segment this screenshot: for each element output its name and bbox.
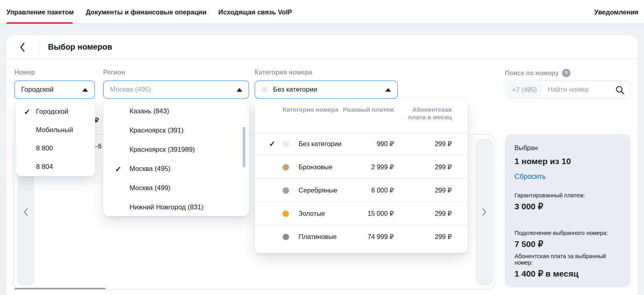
category-select[interactable]: Без категории xyxy=(255,80,398,99)
back-button[interactable] xyxy=(15,40,30,54)
active-tab-underline xyxy=(6,22,73,24)
check-icon: ✓ xyxy=(269,139,281,149)
summary-selected-count: 1 номер из 10 xyxy=(514,157,621,166)
option-label: Красноярск (391989) xyxy=(130,146,195,154)
number-type-label: Номер xyxy=(14,69,35,76)
option-label: Красноярск (391) xyxy=(130,126,183,134)
number-search-box: +7 (495) xyxy=(505,80,630,99)
option-label: Городской xyxy=(36,108,68,116)
check-icon: ✓ xyxy=(115,165,130,174)
help-icon[interactable]: ? xyxy=(562,69,570,77)
number-type-value: Городской xyxy=(21,86,54,94)
category-value: Без категории xyxy=(273,86,317,94)
region-option[interactable]: ✓ Москва (499) xyxy=(103,179,249,198)
option-label: Москва (495) xyxy=(130,165,170,173)
option-label: Нижний Новгород (831) xyxy=(130,203,203,211)
region-dropdown: ✓ Казань (843) ✓ Красноярск (391) ✓ Крас… xyxy=(103,100,249,216)
phone-prefix: +7 (495) xyxy=(507,82,542,97)
region-select[interactable]: Москва (495) xyxy=(103,80,249,99)
one-time-price: 15 000 ₽ xyxy=(342,210,394,217)
header-category: Категория номера xyxy=(283,106,342,113)
number-type-option[interactable]: ✓ 8 800 xyxy=(16,139,95,158)
top-navigation: Управление пакетом Документы и финансовы… xyxy=(0,0,644,24)
vertical-scrollbar-thumb[interactable] xyxy=(243,127,245,167)
number-type-option[interactable]: ✓ 8 804 xyxy=(16,158,95,176)
option-label: Мобильный xyxy=(36,126,73,134)
category-dot-icon xyxy=(283,211,289,217)
monthly-price: 299 ₽ xyxy=(394,210,452,217)
category-row[interactable]: ✓ Золотые 15 000 ₽ 299 ₽ xyxy=(255,202,468,225)
category-name: Бронзовые xyxy=(299,163,342,171)
monthly-fee-value: 1 400 ₽ в месяц xyxy=(514,269,621,279)
chevron-left-icon xyxy=(24,208,28,216)
category-name: Платиновые xyxy=(299,233,342,241)
carousel-next-button[interactable] xyxy=(476,139,492,285)
nav-tab[interactable]: Управление пакетом xyxy=(6,8,74,16)
nav-tab[interactable]: Исходящая связь VoIP xyxy=(218,8,292,16)
check-icon: ✓ xyxy=(24,107,36,116)
monthly-price: 299 ₽ xyxy=(394,233,452,241)
category-row[interactable]: ✓ Серебряные 6 000 ₽ 299 ₽ xyxy=(255,179,468,202)
header-one-time: Разовый платеж xyxy=(342,106,394,113)
header-bottom-divider xyxy=(6,58,638,59)
selection-summary-card: Выбран 1 номер из 10 Сбросить Гарантиров… xyxy=(505,134,630,287)
option-label: Москва (499) xyxy=(130,184,170,192)
reset-selection-link[interactable]: Сбросить xyxy=(514,173,546,181)
category-name: Без категории xyxy=(299,140,342,148)
category-dot-icon xyxy=(283,234,289,240)
nav-tab[interactable]: Документы и финансовые операции xyxy=(86,8,206,16)
one-time-price: 2 999 ₽ xyxy=(342,163,394,171)
category-dot-icon xyxy=(283,187,289,194)
option-label: 8 800 xyxy=(36,144,53,153)
header-divider xyxy=(38,38,39,56)
monthly-fee-label: Абонентская плата за выбранный номер: xyxy=(514,253,621,266)
category-row[interactable]: ✓ Платиновые 74 999 ₽ 299 ₽ xyxy=(255,225,468,248)
number-selection-screen: Управление пакетом Документы и финансовы… xyxy=(0,0,644,295)
category-row[interactable]: ✓ Без категории 990 ₽ 299 ₽ xyxy=(255,132,468,155)
number-type-select[interactable]: Городской xyxy=(14,80,95,99)
category-dot-icon xyxy=(283,141,289,147)
guaranteed-payment-value: 3 000 ₽ xyxy=(514,202,621,211)
region-option[interactable]: ✓ Казань (843) xyxy=(103,102,249,121)
monthly-price: 299 ₽ xyxy=(394,187,452,194)
one-time-price: 990 ₽ xyxy=(342,140,394,148)
number-type-dropdown: ✓ Городской ✓ Мобильный ✓ 8 800 ✓ 8 804 xyxy=(16,100,95,176)
caret-up-icon xyxy=(237,88,242,92)
header-monthly: Абонентская плата в месяц xyxy=(394,106,452,121)
region-option[interactable]: ✓ Красноярск (391) xyxy=(103,121,249,140)
category-table-header: Категория номера Разовый платеж Абонентс… xyxy=(255,106,468,132)
region-option[interactable]: ✓ Москва (495) xyxy=(103,159,249,179)
category-name: Серебряные xyxy=(299,187,342,194)
chevron-left-icon xyxy=(20,42,25,52)
nav-tabs: Управление пакетом Документы и финансовы… xyxy=(6,0,292,24)
option-label: Казань (843) xyxy=(130,107,169,115)
caret-up-icon xyxy=(82,88,88,92)
monthly-price: 299 ₽ xyxy=(394,163,452,171)
region-option[interactable]: ✓ Красноярск (391989) xyxy=(103,140,249,159)
number-type-option[interactable]: ✓ Городской xyxy=(16,102,95,121)
category-label: Категория номера xyxy=(255,69,312,76)
region-value: Москва (495) xyxy=(110,86,151,94)
category-dropdown: Категория номера Разовый платеж Абонентс… xyxy=(255,99,468,253)
one-time-price: 6 000 ₽ xyxy=(342,187,394,194)
obscured-table-currency-fragment: ₽ xyxy=(95,116,99,124)
category-name: Золотые xyxy=(299,210,342,217)
connection-cost-value: 7 500 ₽ xyxy=(514,239,621,249)
category-table-body: ✓ Без категории 990 ₽ 299 ₽ ✓ Бронзовые … xyxy=(255,132,468,248)
chevron-right-icon xyxy=(482,208,486,216)
option-label: 8 804 xyxy=(36,163,53,171)
search-icon[interactable] xyxy=(615,85,624,94)
search-input[interactable] xyxy=(542,86,615,94)
page-title: Выбор номеров xyxy=(48,42,112,52)
nav-tab-notifications[interactable]: Уведомления xyxy=(594,0,638,24)
horizontal-scrollbar-thumb[interactable] xyxy=(14,288,106,289)
summary-caption: Выбран xyxy=(514,144,621,152)
category-dot-icon xyxy=(261,87,267,93)
region-option[interactable]: ✓ Нижний Новгород (831) xyxy=(103,198,249,217)
monthly-price: 299 ₽ xyxy=(394,140,452,148)
caret-up-icon xyxy=(385,88,391,92)
one-time-price: 74 999 ₽ xyxy=(342,233,394,241)
category-row[interactable]: ✓ Бронзовые 2 999 ₽ 299 ₽ xyxy=(255,155,468,179)
number-type-option[interactable]: ✓ Мобильный xyxy=(16,121,95,139)
search-label-row: Поиск по номеру ? xyxy=(505,69,570,77)
